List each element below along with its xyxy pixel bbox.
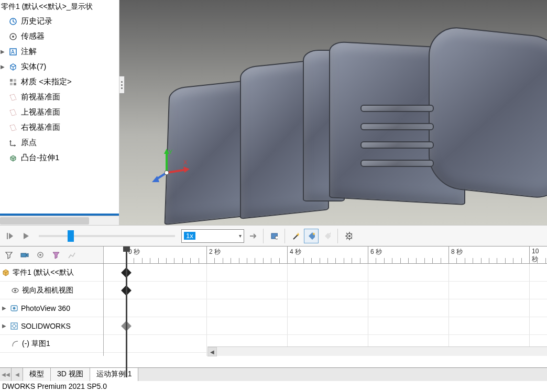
- chevron-right-icon[interactable]: ▶: [1, 305, 7, 311]
- timeline-tree-label: 视向及相机视图: [22, 286, 73, 295]
- timeline-slider[interactable]: [39, 235, 175, 237]
- tree-item-sensors[interactable]: 传感器: [0, 29, 119, 44]
- ruler-subtick: [142, 258, 143, 263]
- tree-item-top-plane[interactable]: 上视基准面: [0, 105, 119, 120]
- tab-motion-study[interactable]: 运动算例 1: [90, 368, 139, 381]
- tree-item-label: 凸台-拉伸1: [21, 153, 59, 163]
- ruler-subtick: [465, 258, 465, 263]
- tree-item-history[interactable]: 历史记录: [0, 14, 119, 29]
- chevron-down-icon: ▾: [239, 233, 242, 239]
- forward-arrow-button[interactable]: [245, 229, 260, 243]
- ruler-subtick: [529, 258, 530, 263]
- timeline-horizontal-scrollbar[interactable]: ◀: [207, 346, 547, 356]
- timeline-header: 0 秒 2 秒 4 秒 6 秒 8 秒 10 秒: [0, 246, 547, 264]
- slider-thumb[interactable]: [68, 230, 74, 242]
- bottom-tabs: ◀◀ ◀ 模型 3D 视图 运动算例 1: [0, 367, 547, 381]
- timeline-ruler[interactable]: 0 秒 2 秒 4 秒 6 秒 8 秒 10 秒: [104, 247, 547, 263]
- playback-speed-select[interactable]: 1x ▾: [181, 229, 244, 243]
- tree-item-material[interactable]: 材质 <未指定>: [0, 74, 119, 89]
- track-row[interactable]: [104, 299, 547, 317]
- svg-rect-36: [21, 253, 26, 257]
- timeline-tree-label: (-) 草图1: [22, 339, 50, 349]
- tree-item-origin[interactable]: 原点: [0, 135, 119, 150]
- 3d-viewport[interactable]: Y X: [119, 0, 547, 225]
- ruler-subtick: [521, 258, 522, 263]
- ruler-subtick: [352, 258, 352, 263]
- tree-item-label: 前视基准面: [21, 92, 60, 102]
- pv360-icon: [9, 304, 19, 313]
- filter-button[interactable]: [2, 248, 16, 262]
- timeline-tree-row-swlight[interactable]: ▶ SOLIDWORKS: [0, 317, 103, 335]
- motion-settings-button[interactable]: [341, 229, 356, 243]
- timeline-tracks[interactable]: ◀: [104, 264, 547, 356]
- playhead[interactable]: [126, 247, 127, 377]
- tree-item-label: 注解: [21, 47, 37, 57]
- svg-marker-37: [26, 253, 28, 257]
- timeline-tree-row-sketch[interactable]: (-) 草图1: [0, 335, 103, 353]
- save-animation-button[interactable]: [267, 229, 281, 243]
- ruler-subtick: [150, 258, 150, 263]
- tree-horizontal-scrollbar[interactable]: [0, 216, 119, 225]
- chevron-right-icon[interactable]: ▶: [0, 64, 5, 70]
- timeline-body: 零件1 (默认<<默认 视向及相机视图 ▶ PhotoView 360 ▶ SO…: [0, 264, 547, 356]
- ruler-subtick: [384, 258, 385, 263]
- play-from-start-button[interactable]: [2, 229, 17, 243]
- animation-wizard-button[interactable]: [288, 229, 303, 243]
- svg-text:X: X: [183, 159, 188, 165]
- timeline-tree-row-pv360[interactable]: ▶ PhotoView 360: [0, 299, 103, 317]
- ruler-subtick: [134, 258, 134, 263]
- tree-item-label: 材质 <未指定>: [21, 77, 72, 87]
- svg-point-41: [14, 289, 16, 292]
- ruler-subtick: [473, 258, 473, 263]
- play-button[interactable]: [18, 229, 32, 243]
- tree-item-right-plane[interactable]: 右视基准面: [0, 120, 119, 135]
- tree-item-solids[interactable]: ▶ 实体(7): [0, 59, 119, 74]
- timeline-tree-label: PhotoView 360: [21, 304, 70, 312]
- ruler-subtick: [199, 258, 199, 263]
- track-row[interactable]: [104, 264, 547, 282]
- tab-model[interactable]: 模型: [23, 368, 51, 381]
- svg-rect-5: [10, 79, 13, 82]
- ruler-subtick: [214, 258, 215, 263]
- ruler-subtick: [223, 258, 223, 263]
- ruler-subtick: [295, 258, 296, 263]
- svg-rect-8: [14, 83, 16, 85]
- filter-camera-button[interactable]: [18, 248, 31, 262]
- tree-item-label: 实体(7): [21, 62, 46, 72]
- autokey-button[interactable]: [304, 229, 319, 243]
- svg-rect-18: [7, 233, 8, 239]
- svg-text:A: A: [11, 49, 15, 55]
- tree-item-front-plane[interactable]: 前视基准面: [0, 89, 119, 105]
- add-key-button[interactable]: +: [320, 229, 334, 243]
- tree-item-boss-extrude[interactable]: 凸台-拉伸1: [0, 150, 119, 165]
- ruler-subtick: [279, 258, 280, 263]
- scroll-left-arrow[interactable]: ◀: [207, 347, 217, 356]
- chevron-right-icon[interactable]: ▶: [0, 49, 5, 54]
- tab-3d-view[interactable]: 3D 视图: [51, 368, 90, 381]
- track-row[interactable]: [104, 317, 547, 335]
- tab-nav-first[interactable]: ◀◀: [0, 368, 12, 381]
- timeline-tree-row-part[interactable]: 零件1 (默认<<默认: [0, 264, 103, 282]
- filter-results-button[interactable]: [65, 248, 79, 262]
- view-orientation-gizmo[interactable]: Y X: [151, 147, 182, 178]
- viewport-splitter-handle[interactable]: [119, 76, 125, 94]
- svg-rect-7: [10, 83, 13, 85]
- svg-point-27: [348, 235, 351, 237]
- chevron-right-icon[interactable]: ▶: [1, 323, 7, 329]
- ruler-subtick: [489, 258, 489, 263]
- scrollbar-thumb[interactable]: [0, 217, 89, 225]
- ruler-subtick: [424, 258, 425, 263]
- ruler-subtick: [158, 258, 159, 263]
- filter-appearance-button[interactable]: [34, 248, 47, 262]
- svg-line-33: [352, 238, 352, 239]
- plane-icon: [8, 93, 18, 102]
- tab-nav-prev[interactable]: ◀: [12, 368, 23, 381]
- feature-tree-header[interactable]: 零件1 (默认<<默认>_显示状: [0, 0, 119, 14]
- tree-item-annotations[interactable]: ▶ A 注解: [0, 44, 119, 59]
- ruler-subtick: [303, 258, 304, 263]
- track-row[interactable]: [104, 282, 547, 299]
- feature-tree-list: 历史记录 传感器 ▶ A 注解 ▶ 实体(7): [0, 14, 119, 214]
- filter-driven-button[interactable]: [49, 248, 63, 262]
- timeline-tree-row-view[interactable]: 视向及相机视图: [0, 282, 103, 299]
- material-icon: [8, 77, 18, 87]
